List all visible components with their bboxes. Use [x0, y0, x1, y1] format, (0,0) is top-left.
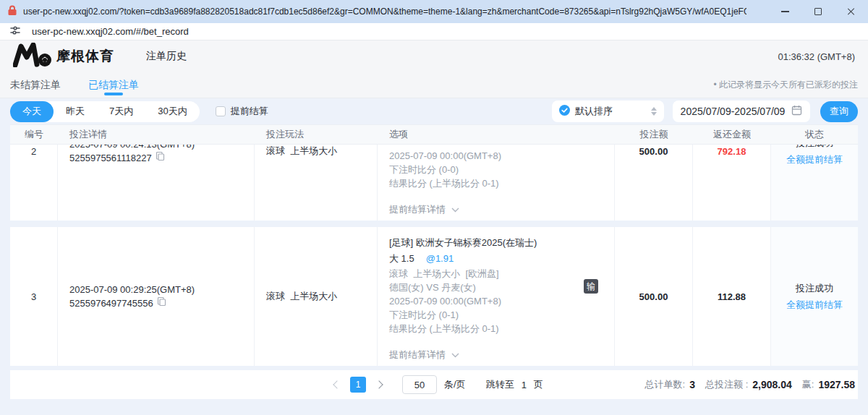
query-button[interactable]: 查询 [820, 101, 858, 122]
browser-titlebar: user-pc-new.xxqj02.com/?token=cdb3a9689f… [0, 0, 868, 23]
early-settle-checkbox-wrap[interactable]: 提前结算 [216, 105, 268, 118]
minimize-button[interactable] [768, 0, 801, 23]
pick-line: 大 1.5 @1.91 [389, 252, 603, 265]
record-note: • 此记录将显示今天所有已派彩的投注 [713, 79, 858, 91]
address-bar[interactable]: user-pc-new.xxqj02.com/#/bet_record [0, 23, 868, 40]
match-time: 2025-07-09 00:00(GMT+8) [389, 294, 603, 308]
match-teams: 德国(女) VS 丹麦(女) [389, 281, 603, 294]
prev-page-icon[interactable] [333, 380, 341, 388]
jump-to-label: 跳转至 [486, 378, 514, 391]
tab-unsettled[interactable]: 未结算注单 [10, 72, 61, 98]
col-header-play: 投注玩法 [255, 125, 378, 144]
col-header-refund: 返还金额 [693, 125, 771, 144]
close-icon [847, 7, 856, 16]
bet-table: 编号 投注详情 投注玩法 选项 投注额 返还金额 状态 2 2025-07-09… [10, 124, 858, 366]
col-header-status: 状态 [771, 125, 858, 144]
filter-today[interactable]: 今天 [10, 101, 54, 122]
site-settings-icon[interactable] [10, 25, 20, 38]
row-no: 3 [10, 227, 58, 366]
date-range-value: 2025/07/09-2025/07/09 [681, 106, 786, 117]
page-size-input[interactable] [402, 375, 437, 394]
market-name: 滚球 上半场大小 [欧洲盘] [389, 267, 603, 281]
maximize-icon [814, 8, 822, 15]
bet-id: 5255976497745556 [69, 296, 153, 310]
table-footer: 1 条/页 跳转至 1 页 总计单数: 3 总投注额 : 2,908.04 赢:… [10, 370, 858, 399]
bet-option: [足球] 欧洲女子锦标赛2025(在瑞士) 大 1.5 @1.91 滚球 上半场… [378, 227, 615, 366]
total-amount-value: 2,908.04 [752, 379, 792, 390]
brand-name: 摩根体育 [56, 47, 114, 66]
maximize-button[interactable] [801, 0, 835, 23]
bet-status: 投注成功 全额提前结算 [771, 145, 858, 221]
score-at-bet: 下注时比分 (0-0) [389, 163, 603, 176]
window-title-url: user-pc-new.xxqj02.com/?token=cdb3a9689f… [23, 7, 746, 17]
early-settle-detail-toggle[interactable]: 提前结算详情 [389, 202, 603, 216]
total-count-value: 3 [689, 379, 695, 390]
bet-time: 2025-07-09 00:24:13(GMT+8) [69, 145, 254, 151]
chevron-down-icon [451, 348, 459, 361]
bet-time: 2025-07-09 00:29:25(GMT+8) [69, 283, 254, 296]
calendar-icon [791, 105, 802, 118]
filter-row: 今天 昨天 7天内 30天内 提前结算 默认排序 2025/07/09-2025… [0, 98, 868, 124]
page-number-button[interactable]: 1 [350, 377, 366, 393]
row-detail: 2025-07-09 00:29:25(GMT+8) 5255976497745… [58, 227, 255, 366]
bet-amount: 500.00 [615, 145, 693, 221]
col-header-no: 编号 [10, 125, 58, 144]
status-text: 投注成功 [796, 145, 833, 150]
copy-icon[interactable] [156, 151, 165, 165]
table-header: 编号 投注详情 投注玩法 选项 投注额 返还金额 状态 [10, 124, 858, 145]
page-title: 注单历史 [146, 50, 187, 63]
filter-30days[interactable]: 30天内 [145, 101, 199, 122]
total-win-value: 1927.58 [818, 379, 855, 390]
early-settle-checkbox[interactable] [216, 106, 226, 116]
total-count-label: 总计单数: [645, 378, 686, 391]
early-settle-detail-label: 提前结算详情 [389, 348, 446, 361]
bet-status: 投注成功 全额提前结算 [771, 227, 858, 366]
brand-logo-icon [13, 43, 52, 70]
server-clock: 01:36:32 (GMT+8) [778, 51, 855, 62]
bet-play: 滚球 上半场大小 [255, 145, 378, 221]
filter-7days[interactable]: 7天内 [97, 101, 145, 122]
early-settle-detail-label: 提前结算详情 [389, 202, 446, 216]
close-button[interactable] [835, 0, 868, 23]
refund-amount: 112.88 [693, 227, 771, 366]
bet-id: 5255975561118227 [69, 151, 152, 165]
status-text: 投注成功 [796, 282, 833, 295]
table-row: 2 2025-07-09 00:24:13(GMT+8) 52559755611… [10, 145, 858, 221]
active-tab-indicator [104, 93, 123, 95]
tab-settled[interactable]: 已结算注单 [88, 72, 139, 98]
pick-selection: 大 1.5 [389, 252, 414, 265]
bet-play: 滚球 上半场大小 [255, 227, 378, 366]
result-score: 结果比分 (上半场比分 0-1) [389, 322, 603, 335]
sort-select[interactable]: 默认排序 [552, 100, 664, 122]
total-win-label: 赢: [802, 378, 814, 391]
address-url[interactable]: user-pc-new.xxqj02.com/#/bet_record [32, 26, 189, 37]
totals-summary: 总计单数: 3 总投注额 : 2,908.04 赢: 1927.58 [645, 378, 858, 391]
date-range-picker[interactable]: 2025/07/09-2025/07/09 [673, 100, 810, 122]
score-at-bet: 下注时比分 (0-1) [389, 308, 603, 322]
col-header-detail: 投注详情 [58, 125, 255, 144]
page-unit-label: 页 [534, 378, 543, 391]
bet-amount: 500.00 [615, 227, 693, 366]
filter-right-controls: 默认排序 2025/07/09-2025/07/09 查询 [552, 100, 858, 122]
copy-icon[interactable] [157, 296, 166, 310]
app-header: 摩根体育 注单历史 01:36:32 (GMT+8) [0, 40, 868, 72]
pagination: 1 条/页 跳转至 1 页 [334, 375, 543, 394]
total-amount-label: 总投注额 : [705, 378, 748, 391]
tabs-row: 未结算注单 已结算注单 • 此记录将显示今天所有已派彩的投注 [0, 72, 868, 98]
lose-result-badge: 输 [584, 279, 598, 294]
lock-icon [7, 5, 17, 19]
early-settle-label: 提前结算 [231, 105, 268, 118]
full-early-settle-link[interactable]: 全额提前结算 [786, 153, 843, 166]
row-detail: 2025-07-09 00:24:13(GMT+8) 5255975561118… [58, 145, 255, 221]
jump-page-value[interactable]: 1 [522, 380, 527, 390]
check-circle-icon [559, 105, 570, 119]
full-early-settle-link[interactable]: 全额提前结算 [786, 299, 843, 312]
per-page-label: 条/页 [444, 378, 466, 391]
filter-yesterday[interactable]: 昨天 [54, 101, 97, 122]
refund-amount: 792.18 [693, 145, 771, 221]
col-header-option: 选项 [378, 125, 615, 144]
next-page-icon[interactable] [375, 380, 383, 388]
early-settle-detail-toggle[interactable]: 提前结算详情 [389, 348, 603, 361]
chevron-down-icon [451, 202, 459, 216]
sort-arrows-icon [651, 107, 657, 116]
